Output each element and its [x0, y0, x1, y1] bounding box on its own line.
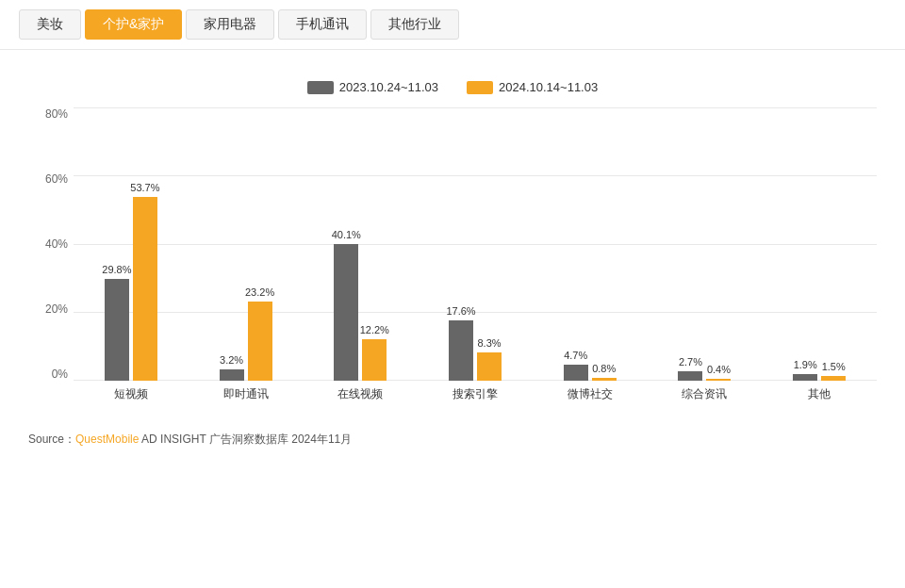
bar-value-label: 1.9%	[794, 359, 817, 370]
bar-group: 2.7%0.4%	[648, 107, 763, 381]
y-axis-label: 40%	[45, 237, 68, 251]
legend-item: 2023.10.24~11.03	[307, 80, 438, 94]
bar: 12.2%	[362, 339, 387, 381]
bar-pair: 17.6%8.3%	[449, 107, 502, 381]
bar-value-label: 29.8%	[102, 264, 131, 275]
chart-container: 2023.10.24~11.032024.10.14~11.03 0%20%40…	[0, 50, 905, 418]
bar: 2.7%	[678, 371, 702, 381]
x-axis-label: 搜索引擎	[418, 381, 533, 409]
bar-fill	[678, 371, 702, 381]
bar: 1.9%	[793, 374, 817, 381]
bar-pair: 1.9%1.5%	[793, 107, 846, 381]
bar-value-label: 12.2%	[360, 324, 389, 335]
y-axis-label: 60%	[45, 172, 68, 186]
nav-tab[interactable]: 美妆	[19, 9, 81, 40]
x-axis-label: 在线视频	[303, 381, 418, 409]
bar-pair: 4.7%0.8%	[564, 107, 617, 381]
bar-fill	[362, 339, 387, 381]
legend-item: 2024.10.14~11.03	[467, 80, 598, 94]
legend-color-box	[307, 81, 334, 94]
bar-fill	[477, 352, 502, 381]
nav-tab[interactable]: 手机通讯	[278, 9, 367, 40]
bar: 53.7%	[133, 197, 157, 381]
y-axis-label: 0%	[52, 368, 68, 381]
bar: 23.2%	[248, 302, 272, 381]
bar-value-label: 8.3%	[477, 337, 501, 349]
bar-value-label: 0.4%	[707, 364, 731, 375]
nav-tab[interactable]: 个护&家护	[85, 9, 182, 40]
bar-value-label: 53.7%	[130, 182, 159, 193]
bar-value-label: 23.2%	[245, 286, 274, 298]
source-highlight: QuestMobile	[75, 433, 139, 446]
bar-fill	[334, 244, 358, 381]
bar: 17.6%	[449, 320, 473, 381]
bar-pair: 29.8%53.7%	[105, 107, 157, 381]
bars-wrapper: 29.8%53.7%3.2%23.2%40.1%12.2%17.6%8.3%4.…	[74, 107, 877, 381]
bar-value-label: 40.1%	[332, 229, 361, 240]
bar-value-label: 1.5%	[822, 361, 846, 372]
bar-value-label: 0.8%	[592, 363, 616, 374]
bar-fill	[105, 279, 129, 381]
x-axis-label: 微博社交	[533, 381, 648, 409]
y-axis-label: 20%	[45, 302, 68, 316]
legend-label: 2024.10.14~11.03	[499, 80, 598, 94]
x-axis-label: 即时通讯	[189, 381, 304, 409]
bar-group: 29.8%53.7%	[74, 107, 189, 381]
x-axis-label: 综合资讯	[648, 381, 763, 409]
x-labels: 短视频即时通讯在线视频搜索引擎微博社交综合资讯其他	[74, 381, 877, 409]
bar-fill	[220, 369, 244, 381]
y-axis: 0%20%40%60%80%	[28, 107, 74, 381]
bar-value-label: 2.7%	[679, 356, 702, 368]
top-nav: 美妆个护&家护家用电器手机通讯其他行业	[0, 0, 905, 50]
bar-group: 1.9%1.5%	[762, 107, 877, 381]
bar: 3.2%	[220, 369, 244, 381]
bar-value-label: 4.7%	[564, 350, 587, 361]
legend: 2023.10.24~11.032024.10.14~11.03	[28, 80, 877, 94]
bar-group: 4.7%0.8%	[533, 107, 648, 381]
bar-group: 40.1%12.2%	[303, 107, 418, 381]
bar-fill	[449, 320, 473, 381]
bar-value-label: 17.6%	[446, 305, 475, 317]
bar: 8.3%	[477, 352, 502, 381]
bar-group: 17.6%8.3%	[418, 107, 533, 381]
bar-fill	[248, 302, 272, 381]
bar-pair: 2.7%0.4%	[678, 107, 731, 381]
legend-color-box	[467, 81, 493, 94]
bar-value-label: 3.2%	[220, 354, 243, 366]
source: Source：QuestMobile AD INSIGHT 广告洞察数据库 20…	[0, 428, 905, 451]
legend-label: 2023.10.24~11.03	[339, 80, 438, 94]
bar-fill	[564, 365, 588, 381]
nav-tab[interactable]: 其他行业	[370, 9, 459, 40]
chart-area: 0%20%40%60%80% 29.8%53.7%3.2%23.2%40.1%1…	[28, 107, 877, 409]
bar: 4.7%	[564, 365, 588, 381]
nav-tab[interactable]: 家用电器	[186, 9, 274, 40]
bar: 29.8%	[105, 279, 129, 381]
x-axis-label: 短视频	[74, 381, 189, 409]
bar-pair: 40.1%12.2%	[334, 107, 387, 381]
source-prefix: Source：	[28, 433, 75, 446]
bar-group: 3.2%23.2%	[189, 107, 304, 381]
footnote	[0, 418, 905, 428]
y-axis-label: 80%	[45, 107, 68, 121]
x-axis-label: 其他	[762, 381, 877, 409]
source-suffix: AD INSIGHT 广告洞察数据库 2024年11月	[139, 433, 352, 446]
bar-pair: 3.2%23.2%	[220, 107, 272, 381]
bar-fill	[133, 197, 157, 381]
bar-fill	[793, 374, 817, 381]
bar: 40.1%	[334, 244, 358, 381]
